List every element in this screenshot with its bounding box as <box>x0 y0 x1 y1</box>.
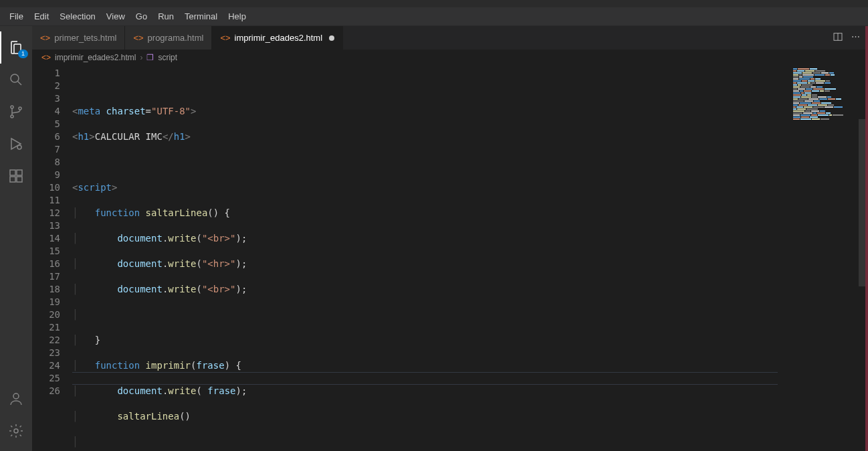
activity-accounts[interactable] <box>0 383 32 415</box>
svg-point-10 <box>14 429 18 433</box>
tab-actions: ⋯ <box>833 31 868 44</box>
activity-run-debug[interactable] <box>0 128 32 160</box>
code-area[interactable]: <meta charset="UTF-8"> <h1>CALCULAR IMC<… <box>72 66 868 451</box>
html-file-icon: <> <box>220 33 230 43</box>
activity-source-control[interactable] <box>0 96 32 128</box>
tab-primer-tets[interactable]: <> primer_tets.html <box>32 26 125 50</box>
window-right-edge <box>865 26 868 451</box>
more-actions-icon[interactable]: ⋯ <box>851 31 860 44</box>
svg-point-3 <box>19 107 21 110</box>
activitybar: 1 <box>0 26 32 451</box>
play-bug-icon <box>8 136 24 152</box>
tab-label: primer_tets.html <box>54 33 116 43</box>
editor-region: <> primer_tets.html <> programa.html <> … <box>32 26 868 451</box>
tab-programa[interactable]: <> programa.html <box>125 26 212 50</box>
breadcrumb-file[interactable]: imprimir_edades2.html <box>55 53 136 62</box>
menu-file[interactable]: File <box>4 9 29 24</box>
git-branch-icon <box>8 104 24 120</box>
svg-point-1 <box>11 106 13 108</box>
line-gutter: 1234567891011121314151617181920212223242… <box>32 66 72 451</box>
symbol-icon: ❐ <box>146 53 154 62</box>
activity-search[interactable] <box>0 64 32 96</box>
tab-label: imprimir_edades2.html <box>235 33 323 43</box>
dirty-indicator-icon <box>329 35 334 41</box>
current-line-highlight <box>72 372 778 385</box>
search-icon <box>8 72 24 88</box>
svg-point-4 <box>17 145 21 149</box>
svg-point-0 <box>11 74 19 82</box>
breadcrumb-symbol[interactable]: script <box>158 53 177 62</box>
tablist: <> primer_tets.html <> programa.html <> … <box>32 26 868 50</box>
menu-run[interactable]: Run <box>152 9 179 24</box>
scrollbar-thumb[interactable] <box>859 119 865 286</box>
activity-extensions[interactable] <box>0 160 32 192</box>
main-layout: 1 <> primer_tets.html <box>0 26 868 451</box>
activity-explorer[interactable]: 1 <box>0 31 32 64</box>
svg-rect-6 <box>17 170 22 175</box>
menu-view[interactable]: View <box>101 9 130 24</box>
svg-rect-5 <box>10 170 15 175</box>
menubar: File Edit Selection View Go Run Terminal… <box>0 7 868 26</box>
split-editor-icon[interactable] <box>833 31 843 44</box>
menu-terminal[interactable]: Terminal <box>179 9 223 24</box>
user-icon <box>8 391 24 407</box>
menu-help[interactable]: Help <box>223 9 251 24</box>
breadcrumb[interactable]: <> imprimir_edades2.html › ❐ script <box>32 50 868 66</box>
activitybar-bottom <box>0 383 32 447</box>
editor-body[interactable]: 1234567891011121314151617181920212223242… <box>32 66 868 451</box>
chevron-right-icon: › <box>140 53 142 62</box>
titlebar-stub <box>0 0 868 7</box>
tab-imprimir-edades2[interactable]: <> imprimir_edades2.html <box>212 26 343 50</box>
svg-rect-8 <box>17 177 22 182</box>
menu-edit[interactable]: Edit <box>29 9 54 24</box>
menu-go[interactable]: Go <box>130 9 152 24</box>
html-file-icon: <> <box>133 33 143 43</box>
extensions-icon <box>8 168 24 184</box>
gear-icon <box>8 423 24 439</box>
svg-point-2 <box>11 115 13 118</box>
svg-rect-7 <box>10 177 15 182</box>
tab-label: programa.html <box>148 33 204 43</box>
menu-selection[interactable]: Selection <box>54 9 100 24</box>
activity-settings[interactable] <box>0 415 32 447</box>
html-file-icon: <> <box>40 33 50 43</box>
minimap[interactable] <box>792 66 859 451</box>
svg-point-9 <box>13 393 19 399</box>
explorer-badge: 1 <box>18 50 28 58</box>
html-file-icon: <> <box>41 53 51 62</box>
